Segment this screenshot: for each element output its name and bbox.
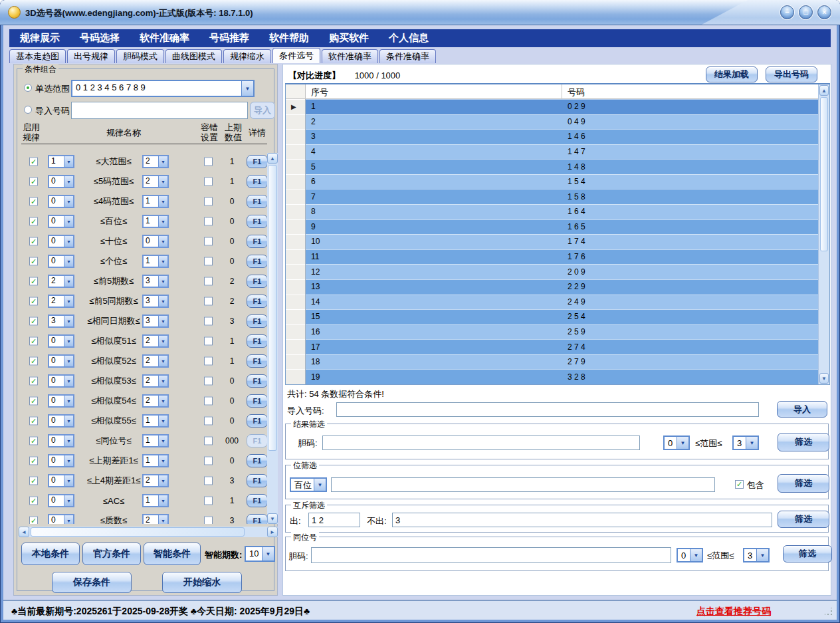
row-selector-cell[interactable] bbox=[286, 114, 306, 130]
chevron-down-icon[interactable]: ▼ bbox=[158, 356, 167, 366]
rule-min-dropdown[interactable]: 0▼ bbox=[48, 454, 74, 467]
rule-detail-button[interactable]: F1 bbox=[247, 454, 267, 467]
rule-tolerance-checkbox[interactable] bbox=[204, 397, 213, 406]
row-selector-cell[interactable]: ▶ bbox=[286, 99, 306, 114]
rule-enabled-checkbox[interactable] bbox=[29, 477, 38, 485]
result-row[interactable]: 2 0 4 9 bbox=[286, 114, 818, 130]
import-numbers-button[interactable]: 导入 bbox=[250, 102, 275, 119]
rule-detail-button[interactable]: F1 bbox=[247, 394, 267, 408]
chevron-down-icon[interactable]: ▼ bbox=[158, 296, 167, 307]
rule-enabled-checkbox[interactable] bbox=[29, 457, 38, 465]
rule-tolerance-checkbox[interactable] bbox=[204, 517, 213, 525]
rule-min-dropdown[interactable]: 0▼ bbox=[48, 334, 74, 348]
rule-list-horizontal-scrollbar[interactable]: ◄ ► bbox=[19, 527, 278, 537]
menu-item[interactable]: 软件帮助 bbox=[269, 32, 309, 45]
rule-tolerance-checkbox[interactable] bbox=[204, 357, 213, 366]
result-row[interactable]: 11 1 7 6 bbox=[286, 249, 818, 265]
scroll-up-icon[interactable]: ▲ bbox=[819, 85, 829, 96]
single-range-radio[interactable] bbox=[24, 84, 32, 92]
row-selector-cell[interactable] bbox=[286, 369, 306, 384]
rule-min-dropdown[interactable]: 0▼ bbox=[48, 494, 74, 507]
rule-enabled-checkbox[interactable] bbox=[29, 357, 38, 366]
rule-detail-button[interactable]: F1 bbox=[247, 434, 267, 447]
rule-enabled-checkbox[interactable] bbox=[29, 297, 38, 306]
local-conditions-button[interactable]: 本地条件 bbox=[21, 543, 80, 565]
chevron-down-icon[interactable]: ▼ bbox=[677, 437, 688, 449]
same-pos-min-dropdown[interactable]: 0▼ bbox=[677, 548, 703, 562]
rule-max-dropdown[interactable]: 2▼ bbox=[142, 175, 169, 188]
menu-item[interactable]: 号码推荐 bbox=[209, 32, 249, 45]
rule-min-dropdown[interactable]: 0▼ bbox=[48, 235, 74, 248]
position-dropdown[interactable]: 百位▼ bbox=[290, 477, 327, 492]
chevron-down-icon[interactable]: ▼ bbox=[158, 316, 167, 326]
rule-enabled-checkbox[interactable] bbox=[29, 517, 38, 525]
range-max-dropdown[interactable]: 3▼ bbox=[732, 436, 759, 450]
row-selector-cell[interactable] bbox=[286, 324, 306, 340]
result-row[interactable]: 19 3 2 8 bbox=[286, 369, 818, 384]
chevron-down-icon[interactable]: ▼ bbox=[64, 455, 73, 466]
chevron-down-icon[interactable]: ▼ bbox=[158, 455, 167, 466]
row-selector-cell[interactable] bbox=[286, 309, 306, 324]
rule-max-dropdown[interactable]: 1▼ bbox=[142, 494, 169, 507]
scrollbar-thumb[interactable] bbox=[820, 97, 828, 251]
rule-max-dropdown[interactable]: 1▼ bbox=[142, 434, 169, 447]
dan-code-input[interactable] bbox=[322, 436, 640, 450]
maximize-button[interactable]: □ bbox=[799, 5, 813, 19]
chevron-down-icon[interactable]: ▼ bbox=[64, 276, 73, 287]
menu-item[interactable]: 个人信息 bbox=[389, 32, 429, 45]
rule-min-dropdown[interactable]: 0▼ bbox=[48, 374, 74, 388]
rule-enabled-checkbox[interactable] bbox=[29, 217, 38, 226]
row-selector-cell[interactable] bbox=[286, 219, 306, 235]
row-selector-cell[interactable] bbox=[286, 129, 306, 144]
chevron-down-icon[interactable]: ▼ bbox=[64, 176, 73, 187]
mutex-filter-button[interactable]: 筛选 bbox=[778, 511, 829, 528]
tab[interactable]: 规律缩水 bbox=[223, 49, 271, 63]
result-row[interactable]: 14 2 4 9 bbox=[286, 295, 818, 310]
rule-max-dropdown[interactable]: 2▼ bbox=[142, 474, 169, 487]
rule-detail-button[interactable]: F1 bbox=[247, 175, 267, 188]
result-row[interactable]: 5 1 4 8 bbox=[286, 159, 818, 174]
rule-min-dropdown[interactable]: 0▼ bbox=[48, 195, 74, 208]
scrollbar-thumb[interactable] bbox=[268, 165, 277, 451]
result-row[interactable]: 7 1 5 8 bbox=[286, 189, 818, 204]
rule-tolerance-checkbox[interactable] bbox=[204, 497, 213, 505]
chevron-down-icon[interactable]: ▼ bbox=[158, 256, 167, 267]
rule-min-dropdown[interactable]: 0▼ bbox=[48, 414, 74, 428]
row-selector-cell[interactable] bbox=[286, 174, 306, 189]
chevron-down-icon[interactable]: ▼ bbox=[746, 437, 758, 449]
chevron-down-icon[interactable]: ▼ bbox=[756, 549, 768, 561]
position-filter-input[interactable] bbox=[331, 477, 715, 492]
tab[interactable]: 出号规律 bbox=[67, 49, 115, 63]
save-conditions-button[interactable]: 保存条件 bbox=[52, 572, 132, 593]
rule-detail-button[interactable]: F1 bbox=[247, 235, 267, 248]
row-selector-cell[interactable] bbox=[286, 249, 306, 265]
rule-detail-button[interactable]: F1 bbox=[247, 354, 267, 368]
chevron-down-icon[interactable]: ▼ bbox=[64, 495, 73, 506]
chevron-down-icon[interactable]: ▼ bbox=[158, 495, 167, 506]
close-button[interactable]: × bbox=[817, 5, 831, 19]
chevron-down-icon[interactable]: ▼ bbox=[64, 376, 73, 386]
rule-tolerance-checkbox[interactable] bbox=[204, 297, 213, 306]
rule-max-dropdown[interactable]: 1▼ bbox=[142, 454, 169, 467]
chevron-down-icon[interactable]: ▼ bbox=[158, 276, 167, 287]
rule-min-dropdown[interactable]: 0▼ bbox=[48, 474, 74, 487]
result-row[interactable]: 9 1 6 5 bbox=[286, 219, 818, 235]
result-row[interactable]: 17 2 7 4 bbox=[286, 339, 818, 354]
import-numbers-input[interactable] bbox=[71, 102, 248, 119]
chevron-down-icon[interactable]: ▼ bbox=[158, 376, 167, 386]
rule-detail-button[interactable]: F1 bbox=[247, 334, 267, 348]
rule-enabled-checkbox[interactable] bbox=[29, 158, 38, 166]
rule-tolerance-checkbox[interactable] bbox=[204, 477, 213, 485]
rule-min-dropdown[interactable]: 0▼ bbox=[48, 175, 74, 188]
rule-detail-button[interactable]: F1 bbox=[247, 374, 267, 388]
chevron-down-icon[interactable]: ▼ bbox=[64, 236, 73, 247]
row-selector-cell[interactable] bbox=[286, 264, 306, 279]
include-checkbox[interactable] bbox=[735, 480, 744, 489]
row-selector-cell[interactable] bbox=[286, 234, 306, 249]
rule-max-dropdown[interactable]: 1▼ bbox=[142, 215, 169, 228]
rule-tolerance-checkbox[interactable] bbox=[204, 178, 213, 186]
rule-detail-button[interactable]: F1 bbox=[247, 474, 267, 487]
rule-detail-button[interactable]: F1 bbox=[247, 255, 267, 268]
chevron-down-icon[interactable]: ▼ bbox=[690, 549, 702, 561]
rule-enabled-checkbox[interactable] bbox=[29, 197, 38, 206]
